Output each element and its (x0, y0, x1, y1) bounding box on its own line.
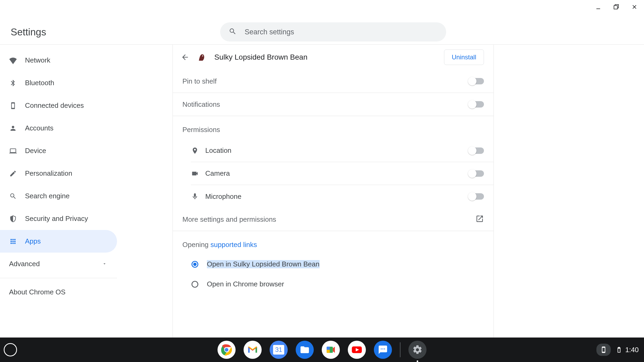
sidebar-item-label: Personalization (25, 169, 72, 178)
battery-icon (616, 346, 622, 353)
sidebar: Network Bluetooth Connected devices Acco… (0, 45, 117, 338)
sidebar-item-label: Device (25, 147, 46, 155)
sidebar-item-label: Bluetooth (25, 79, 54, 87)
arrow-back-icon (181, 53, 189, 61)
gear-icon (412, 344, 423, 355)
apps-icon (9, 237, 17, 245)
calendar-day-label: 31 (273, 345, 285, 355)
svg-point-5 (193, 262, 197, 266)
sidebar-item-label: Accounts (25, 124, 53, 132)
bluetooth-icon (9, 79, 17, 87)
permissions-header: Permissions (173, 116, 494, 139)
microphone-icon (191, 192, 199, 200)
sidebar-item-security-privacy[interactable]: Security and Privacy (0, 207, 117, 230)
row-more-settings[interactable]: More settings and permissions (173, 208, 494, 231)
row-notifications: Notifications (173, 93, 494, 116)
toggle-pin-to-shelf[interactable] (469, 78, 484, 84)
shelf-files[interactable] (296, 341, 314, 359)
messages-icon (378, 345, 388, 355)
radio-label: Open in Sulky Lopsided Brown Bean (207, 260, 320, 268)
supported-links-link[interactable]: supported links (211, 241, 257, 249)
phone-icon (9, 102, 17, 110)
location-icon (191, 147, 199, 155)
files-icon (300, 345, 310, 355)
radio-label: Open in Chrome browser (207, 280, 284, 288)
toggle-camera[interactable] (469, 170, 484, 177)
toggle-notifications[interactable] (469, 101, 484, 108)
opening-prefix: Opening (182, 241, 211, 249)
sidebar-item-label: Network (25, 56, 50, 64)
shelf-messages[interactable] (374, 341, 392, 359)
status-tray[interactable]: 1:40 (596, 344, 639, 356)
radio-row-open-chrome[interactable]: Open in Chrome browser (191, 274, 494, 294)
opening-links-header: Opening supported links (173, 231, 494, 254)
shelf-gmail[interactable] (244, 341, 262, 359)
perm-row-microphone: Microphone (191, 185, 494, 208)
sidebar-item-network[interactable]: Network (0, 49, 117, 72)
svg-rect-11 (327, 347, 330, 350)
search-input[interactable] (245, 28, 438, 36)
camera-icon (191, 170, 199, 178)
page-title: Settings (11, 27, 46, 38)
main-pane: Sulky Lopsided Brown Bean Uninstall Pin … (173, 45, 494, 338)
phone-icon (600, 346, 607, 353)
sidebar-item-search-engine[interactable]: Search engine (0, 185, 117, 207)
sidebar-about[interactable]: About Chrome OS (0, 281, 117, 303)
sidebar-item-apps[interactable]: Apps (0, 230, 117, 253)
sidebar-item-device[interactable]: Device (0, 139, 117, 162)
chevron-down-icon (102, 260, 107, 268)
search-bar[interactable] (220, 22, 446, 42)
sidebar-item-bluetooth[interactable]: Bluetooth (0, 72, 117, 94)
row-label: Pin to shelf (182, 77, 217, 85)
perm-row-location: Location (191, 139, 494, 162)
sidebar-advanced-label: Advanced (9, 260, 40, 268)
app-icon (196, 52, 207, 63)
uninstall-button[interactable]: Uninstall (444, 50, 484, 65)
laptop-icon (9, 147, 17, 155)
sidebar-item-label: Search engine (25, 192, 70, 200)
shelf-chrome[interactable] (218, 341, 236, 359)
shelf-meet[interactable] (322, 341, 340, 359)
perm-label: Location (205, 146, 231, 155)
shelf-separator (400, 342, 400, 357)
row-label: More settings and permissions (182, 215, 276, 224)
back-button[interactable] (178, 50, 193, 65)
pencil-icon (9, 170, 17, 178)
perm-row-camera: Camera (191, 162, 494, 185)
wifi-icon (9, 56, 17, 64)
shield-icon (9, 215, 17, 223)
shelf-settings[interactable] (408, 341, 426, 359)
gmail-icon (247, 344, 258, 356)
toggle-location[interactable] (469, 147, 484, 154)
clock: 1:40 (625, 346, 639, 354)
open-in-new-icon (475, 215, 484, 224)
shelf-youtube[interactable] (348, 341, 366, 359)
youtube-icon (350, 343, 363, 356)
sidebar-item-label: Apps (25, 237, 41, 245)
sidebar-item-accounts[interactable]: Accounts (0, 117, 117, 139)
sidebar-item-label: Connected devices (25, 101, 84, 110)
perm-label: Camera (205, 169, 230, 178)
notifications-tray[interactable] (596, 344, 611, 356)
toggle-microphone[interactable] (469, 193, 484, 200)
radio-open-in-app[interactable] (191, 260, 199, 268)
shelf-calendar[interactable]: 31 (270, 341, 288, 359)
sidebar-item-personalization[interactable]: Personalization (0, 162, 117, 185)
app-title: Sulky Lopsided Brown Bean (214, 53, 444, 61)
row-pin-to-shelf: Pin to shelf (173, 70, 494, 93)
launcher-button[interactable] (4, 343, 17, 356)
search-icon (229, 27, 237, 36)
svg-point-6 (192, 281, 198, 287)
sidebar-item-connected-devices[interactable]: Connected devices (0, 94, 117, 117)
person-icon (9, 124, 17, 132)
chrome-icon (219, 343, 234, 357)
shelf: 31 1:40 (0, 338, 644, 362)
sidebar-separator (0, 278, 117, 278)
sidebar-about-label: About Chrome OS (9, 288, 65, 296)
radio-row-open-app[interactable]: Open in Sulky Lopsided Brown Bean (191, 254, 494, 274)
sidebar-advanced[interactable]: Advanced (0, 253, 117, 275)
svg-point-3 (202, 55, 203, 56)
radio-open-in-chrome[interactable] (191, 280, 199, 288)
sidebar-item-label: Security and Privacy (25, 215, 88, 223)
perm-label: Microphone (205, 192, 241, 201)
